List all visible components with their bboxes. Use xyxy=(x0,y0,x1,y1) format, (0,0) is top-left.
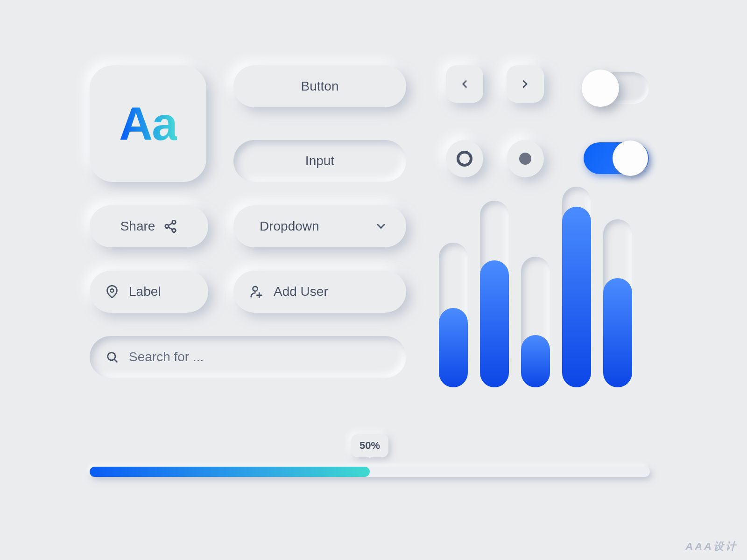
dot-icon xyxy=(519,153,531,165)
bar-fill xyxy=(562,207,591,387)
bar-fill xyxy=(439,308,468,388)
bar-trough xyxy=(603,219,632,387)
svg-line-3 xyxy=(169,223,173,225)
progress-track xyxy=(90,467,650,477)
chevron-right-icon xyxy=(519,78,531,90)
share-button-label: Share xyxy=(120,219,155,234)
search-field[interactable] xyxy=(90,336,406,378)
bar-chart xyxy=(439,187,663,387)
toggle-knob xyxy=(582,70,619,107)
dropdown[interactable]: Dropdown xyxy=(233,205,406,247)
dropdown-label: Dropdown xyxy=(260,219,319,234)
progress-fill xyxy=(90,467,370,477)
svg-line-4 xyxy=(169,227,173,230)
bar-fill xyxy=(603,278,632,387)
svg-line-10 xyxy=(114,359,117,362)
progress-tooltip: 50% xyxy=(351,434,388,457)
user-plus-icon xyxy=(249,285,263,299)
svg-point-5 xyxy=(111,289,114,292)
generic-button-label: Button xyxy=(301,79,339,94)
label-chip-label: Label xyxy=(129,284,161,299)
radio-selected[interactable] xyxy=(507,140,544,177)
search-input[interactable] xyxy=(129,350,390,364)
prev-button[interactable] xyxy=(446,65,483,103)
chevron-left-icon xyxy=(458,78,471,90)
label-chip[interactable]: Label xyxy=(90,271,208,313)
add-user-button[interactable]: Add User xyxy=(233,271,406,313)
toggle-off[interactable] xyxy=(584,72,649,104)
typography-tile: Aa xyxy=(90,65,206,182)
progress-tooltip-label: 50% xyxy=(359,440,380,451)
add-user-button-label: Add User xyxy=(274,284,328,299)
bar-trough xyxy=(480,201,509,387)
toggle-on[interactable] xyxy=(584,142,649,174)
circle-icon xyxy=(457,151,472,167)
bar-fill xyxy=(521,335,550,387)
bar-trough xyxy=(521,257,550,387)
bar-trough xyxy=(439,243,468,387)
progress-bar[interactable]: 50% xyxy=(90,467,650,477)
chevron-down-icon xyxy=(374,220,388,233)
generic-button[interactable]: Button xyxy=(233,65,406,107)
search-icon xyxy=(106,350,119,364)
typography-sample: Aa xyxy=(119,97,177,151)
bar-trough xyxy=(562,187,591,387)
watermark: AAA设计 xyxy=(685,539,738,553)
svg-point-6 xyxy=(253,287,258,291)
text-input[interactable]: Input xyxy=(233,140,406,182)
share-icon xyxy=(163,219,177,233)
next-button[interactable] xyxy=(507,65,544,103)
bar-fill xyxy=(480,260,509,387)
share-button[interactable]: Share xyxy=(90,205,208,247)
text-input-label: Input xyxy=(305,154,334,168)
radio-unselected[interactable] xyxy=(446,140,483,177)
pin-icon xyxy=(106,285,119,298)
toggle-knob xyxy=(613,140,648,176)
